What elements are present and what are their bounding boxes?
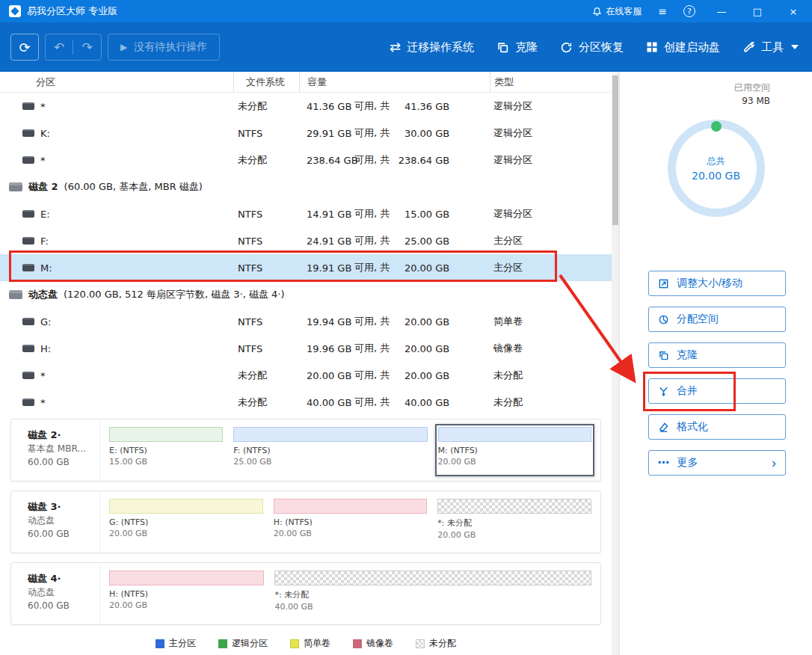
column-header-filesystem[interactable]: 文件系统 [233,72,299,92]
disk-name: 磁盘 2 [28,180,58,194]
partition-block-size: 20.00 GB [109,600,264,610]
partition-name: G: [40,316,51,328]
tools-button[interactable]: 工具 [742,40,799,55]
capacity-total: 20.00 GB [394,262,449,274]
side-panel: 已用空间 93 MB 总共 20.00 GB 调整大小/移动 分配空间 [619,72,812,655]
column-header-partition[interactable]: 分区 [0,72,233,92]
partition-icon [22,129,34,137]
clone-toolbar-button[interactable]: 克隆 [496,40,538,55]
partition-bar [109,571,264,585]
refresh-button[interactable]: ⟳ [10,34,39,61]
partition-name: * [40,370,46,381]
table-row[interactable]: H: NTFS 19.96 GB可用, 共20.00 GB 镜像卷 [0,335,612,362]
capacity-total: 238.64 GB [394,155,449,166]
partition-block-size: 15.00 GB [109,457,223,467]
refresh-icon: ⟳ [19,40,30,55]
create-bootable-button[interactable]: 创建启动盘 [646,40,720,55]
table-row[interactable]: * 未分配 20.00 GB可用, 共20.00 GB 未分配 [0,362,612,389]
app-window: 易我分区大师 专业版 在线客服 ≡ ? — □ × ⟳ ↶ ↷ ▶ 没有待执行操… [0,0,812,655]
partition-bar [109,427,223,442]
donut-center-value: 20.00 GB [692,170,740,182]
titlebar: 易我分区大师 专业版 在线客服 ≡ ? — □ × [0,0,812,22]
capacity-free: 19.91 GB [307,262,350,274]
vertical-scrollbar[interactable] [612,72,619,655]
pending-operations-button[interactable]: ▶ 没有待执行操作 [108,34,220,61]
allocate-space-button[interactable]: 分配空间 [648,307,786,332]
clone-button[interactable]: 克隆 [648,342,786,368]
partition-recovery-button[interactable]: 分区恢复 [560,40,624,55]
table-row[interactable]: F: NTFS 24.91 GB可用, 共25.00 GB 主分区 [0,227,612,254]
table-row[interactable]: E: NTFS 14.91 GB可用, 共15.00 GB 逻辑分区 [0,200,612,227]
legend-label: 逻辑分区 [232,637,268,650]
partition-block-label: F: (NTFS) [233,446,427,455]
toolbar: ⟳ ↶ ↷ ▶ 没有待执行操作 ⇄ 迁移操作系统 克隆 分区恢复 [0,22,812,72]
play-icon: ▶ [120,42,127,52]
migrate-os-button[interactable]: ⇄ 迁移操作系统 [390,40,474,55]
resize-move-label: 调整大小/移动 [677,277,742,290]
main-area: 分区 文件系统 容量 类型 * 未分配 41.36 GB可用, 共41.36 G… [0,72,612,655]
partition-icon [22,264,34,271]
scrollbar-thumb[interactable] [612,76,618,225]
redo-icon[interactable]: ↷ [73,40,101,55]
create-bootable-label: 创建启动盘 [664,40,720,55]
partition-name: H: [40,343,51,354]
migrate-os-icon: ⇄ [390,40,401,54]
disk-map-name: 磁盘 2· [28,428,99,442]
minimize-button[interactable]: — [712,6,731,17]
resize-move-button[interactable]: 调整大小/移动 [648,271,786,296]
disk-group-row[interactable]: 动态盘 (120.00 GB, 512 每扇区字节数, 磁盘 3·, 磁盘 4·… [0,281,612,308]
capacity-sep: 可用, 共 [354,99,390,113]
table-row[interactable]: G: NTFS 19.94 GB可用, 共20.00 GB 简单卷 [0,308,612,335]
column-header-type[interactable]: 类型 [490,72,612,92]
legend: 主分区 逻辑分区 简单卷 镜像卷 未分配 [0,634,612,650]
table-row-selected[interactable]: M: NTFS 19.91 GB可用, 共20.00 GB 主分区 [0,254,612,281]
disk-icon [9,182,22,191]
table-row[interactable]: * 未分配 238.64 GB可用, 共238.64 GB 逻辑分区 [0,147,612,173]
table-row[interactable]: * 未分配 41.36 GB可用, 共41.36 GB 逻辑分区 [0,93,612,120]
filesystem-value: 未分配 [233,396,299,409]
more-button[interactable]: ••• 更多 › [648,450,786,476]
partition-icon [22,102,34,110]
partition-block[interactable]: H: (NTFS) 20.00 GB [106,568,267,620]
filesystem-value: NTFS [233,316,299,328]
partition-block-selected[interactable]: M: (NTFS) 20.00 GB [435,424,594,476]
partition-icon [22,372,34,379]
format-button[interactable]: 格式化 [648,414,786,440]
disk-map-size: 60.00 GB [28,599,99,612]
partition-icon [22,345,34,352]
table-row[interactable]: K: NTFS 29.91 GB可用, 共30.00 GB 逻辑分区 [0,120,612,147]
partition-block[interactable]: G: (NTFS) 20.00 GB [106,496,266,548]
partition-name: * [40,397,46,408]
menu-icon[interactable]: ≡ [658,6,667,16]
more-label: 更多 [677,456,698,470]
legend-label: 未分配 [429,637,456,650]
partition-block[interactable]: *: 未分配 20.00 GB [434,496,594,548]
column-header-capacity[interactable]: 容量 [299,72,490,92]
merge-button[interactable]: 合并 [648,378,786,404]
partition-block-label: E: (NTFS) [109,446,223,455]
close-button[interactable]: × [784,6,803,17]
undo-icon[interactable]: ↶ [46,40,73,55]
maximize-button[interactable]: □ [748,6,767,17]
disk-group-row[interactable]: 磁盘 2 (60.00 GB, 基本盘, MBR 磁盘) [0,173,612,200]
partition-name: E: [40,209,50,220]
partition-block[interactable]: E: (NTFS) 15.00 GB [106,424,226,476]
filesystem-value: NTFS [233,128,299,139]
partition-bar [274,499,428,514]
partition-block-size: 25.00 GB [233,457,427,467]
partition-block[interactable]: *: 未分配 40.00 GB [271,568,594,620]
migrate-os-label: 迁移操作系统 [407,40,474,55]
table-header: 分区 文件系统 容量 类型 [0,72,612,93]
partition-block[interactable]: F: (NTFS) 25.00 GB [230,424,430,476]
format-label: 格式化 [677,420,708,434]
partition-bar [438,427,591,442]
type-value: 主分区 [490,234,612,247]
disk-card-4: 磁盘 4· 动态盘 60.00 GB H: (NTFS) 20.00 GB *:… [10,562,601,625]
capacity-total: 30.00 GB [394,128,449,139]
table-row[interactable]: * 未分配 40.00 GB可用, 共40.00 GB 未分配 [0,389,612,416]
legend-logical-swatch [218,639,227,648]
online-service-button[interactable]: 在线客服 [592,5,642,18]
app-logo-icon [9,5,21,17]
partition-block[interactable]: H: (NTFS) 20.00 GB [271,496,431,548]
help-icon[interactable]: ? [683,5,695,17]
